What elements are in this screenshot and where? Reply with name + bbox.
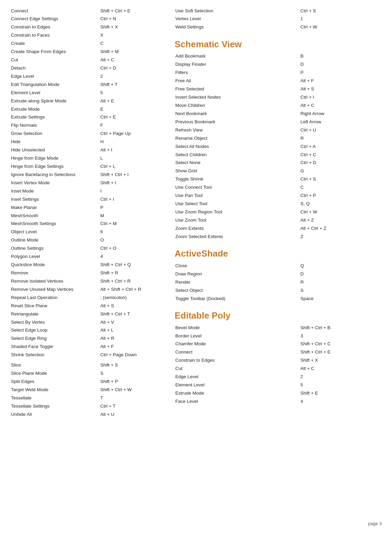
shortcut-label: Retriangulate — [10, 310, 100, 318]
shortcut-key: T — [100, 394, 164, 402]
shortcut-label: Cut — [10, 56, 100, 64]
shortcut-label: Select By Vertex — [10, 318, 100, 326]
left-table-row: Inset ModeI — [10, 187, 164, 195]
shortcut-label: Vertex Level — [175, 15, 300, 23]
section-table-row: Rename ObjectR — [175, 134, 390, 142]
shortcut-key: Ctrl + O — [100, 245, 164, 253]
left-table-row: Object Level6 — [10, 228, 164, 236]
shortcut-label: Extrude Mode — [175, 389, 300, 398]
shortcut-label: Toggle Shrink — [175, 175, 300, 184]
shortcut-label: Zoom Selected Extents — [175, 233, 300, 241]
shortcut-key: C — [100, 40, 164, 48]
shortcut-key: Shift + P — [100, 377, 164, 386]
shortcut-label: MeshSmooth — [10, 212, 100, 220]
shortcut-label: Refresh View — [175, 126, 300, 134]
shortcut-key: Ctrl + I — [100, 195, 164, 203]
shortcut-label: Close — [175, 262, 300, 270]
shortcut-key: Shift + Ctrl + E — [100, 7, 164, 15]
left-shortcut-table: ConnectShift + Ctrl + EConnect Edge Sett… — [10, 7, 164, 419]
shortcut-key: L — [100, 154, 164, 163]
shortcut-label: Slice — [10, 361, 100, 370]
shortcut-label: Shaded Face Toggle — [10, 343, 100, 351]
section-table-row: Free SelectedAlt + S — [175, 85, 390, 94]
left-table-row: Edit Triangulation ModeShift + T — [10, 80, 164, 89]
shortcut-label: Split Edges — [10, 377, 100, 386]
left-table-row: Make PlanarP — [10, 203, 164, 212]
shortcut-key: 5 — [100, 89, 164, 97]
shortcut-key: Alt + Ctrl + Z — [300, 224, 390, 233]
right-top-table: Use Soft SelectionCtrl + SVertex Level1W… — [175, 7, 390, 32]
shortcut-key: Shift + Ctrl + Q — [100, 261, 164, 269]
shortcut-key: Ctrl + D — [100, 64, 164, 72]
left-table-row: Outline ModeO — [10, 236, 164, 245]
shortcut-key: P — [300, 69, 390, 77]
right-top-table-row: Weld SettingsCtrl + W — [175, 23, 390, 32]
shortcut-label: Element Level — [175, 381, 300, 389]
shortcut-key: 2 — [300, 373, 390, 381]
shortcut-key: Alt + R — [100, 335, 164, 343]
left-table-row: Grow SelectionCtrl + Page Up — [10, 130, 164, 138]
page-number: page 3 — [368, 521, 382, 526]
section-table-row: FiltersP — [175, 69, 390, 77]
shortcut-key: Alt + I — [100, 146, 164, 154]
left-table-row: Extrude ModeE — [10, 105, 164, 113]
shortcut-label: Move Children — [175, 101, 300, 110]
section-table-row: Refresh ViewCtrl + U — [175, 126, 390, 134]
section-table-row: CloseQ — [175, 262, 390, 270]
shortcut-label: Extrude along Spline Mode — [10, 97, 100, 105]
shortcut-label: Select Edge Loop — [10, 326, 100, 335]
section-table-row: Toggle ShrinkCtrl + S — [175, 175, 390, 184]
shortcut-label: Polygon Level — [10, 253, 100, 261]
shortcut-key: Alt + C — [100, 56, 164, 64]
section-table: Bevel ModeShift + Ctrl + BBorder Level3C… — [175, 324, 390, 406]
shortcut-key: 4 — [100, 253, 164, 261]
shortcut-label: Ignore Backfacing in Selections — [10, 171, 100, 179]
shortcut-label: Hide — [10, 138, 100, 146]
shortcut-key: Alt + F — [300, 77, 390, 85]
shortcut-label: Bevel Mode — [175, 324, 300, 332]
shortcut-key: D — [300, 61, 390, 69]
shortcut-label: Toggle Toolbar (Docked) — [175, 295, 300, 303]
shortcut-key: 5 — [300, 381, 390, 389]
shortcut-label: Add Bookmark — [175, 52, 300, 61]
shortcut-key: 4 — [300, 397, 390, 406]
section-table-row: Element Level5 — [175, 381, 390, 389]
shortcut-label: Use Zoom Tool — [175, 216, 300, 224]
left-table-row: Quickslice ModeShift + Ctrl + Q — [10, 261, 164, 269]
shortcut-key: Ctrl + L — [100, 163, 164, 171]
shortcut-key: P — [100, 203, 164, 212]
shortcut-label: Display Floater — [175, 61, 300, 69]
shortcut-label: Edit Triangulation Mode — [10, 80, 100, 89]
shortcut-label: Create — [10, 40, 100, 48]
shortcut-label: Edge Level — [10, 72, 100, 80]
shortcut-label: Make Planar — [10, 203, 100, 212]
right-top-table-row: Use Soft SelectionCtrl + S — [175, 7, 390, 15]
shortcut-key: Ctrl + M — [100, 220, 164, 228]
shortcut-label: Use Connect Tool — [175, 184, 300, 192]
shortcut-label: Unhide All — [10, 410, 100, 419]
shortcut-key: Shift + M — [100, 48, 164, 56]
section-table-row: Draw RegionD — [175, 270, 390, 278]
shortcut-key: Shift + Ctrl + R — [100, 277, 164, 285]
section-table-row: ConnectShift + Ctrl + E — [175, 348, 390, 357]
shortcut-label: Inset Settings — [10, 195, 100, 203]
left-table-row: CreateC — [10, 40, 164, 48]
shortcut-label: Repeat Last Operation — [10, 294, 100, 302]
shortcut-label: Use Select Tool — [175, 200, 300, 208]
shortcut-key: Ctrl + U — [300, 126, 390, 134]
left-table-row: Split EdgesShift + P — [10, 377, 164, 386]
section-table-row: Select NoneCtrl + D — [175, 159, 390, 167]
section-table-row: Previous BookmarkLeft Arrow — [175, 118, 390, 126]
shortcut-key: Alt + Z — [300, 216, 390, 224]
shortcut-key: Alt + Shift + Ctrl + R — [100, 285, 164, 294]
left-table-row: Extrude along Spline ModeAlt + E — [10, 97, 164, 105]
shortcut-key: Alt + V — [100, 318, 164, 326]
shortcut-label: Chamfer Mode — [175, 340, 300, 348]
shortcut-label: Constrain to Edges — [10, 23, 100, 32]
shortcut-key: Ctrl + Page Up — [100, 130, 164, 138]
left-table-row: Extrude SettingsCtrl + E — [10, 113, 164, 122]
left-table-row: Constrain to EdgesShift + X — [10, 23, 164, 32]
section-table-row: Select ChildrenCtrl + C — [175, 151, 390, 159]
shortcut-key: 6 — [100, 228, 164, 236]
left-table-row: DetachCtrl + D — [10, 64, 164, 72]
